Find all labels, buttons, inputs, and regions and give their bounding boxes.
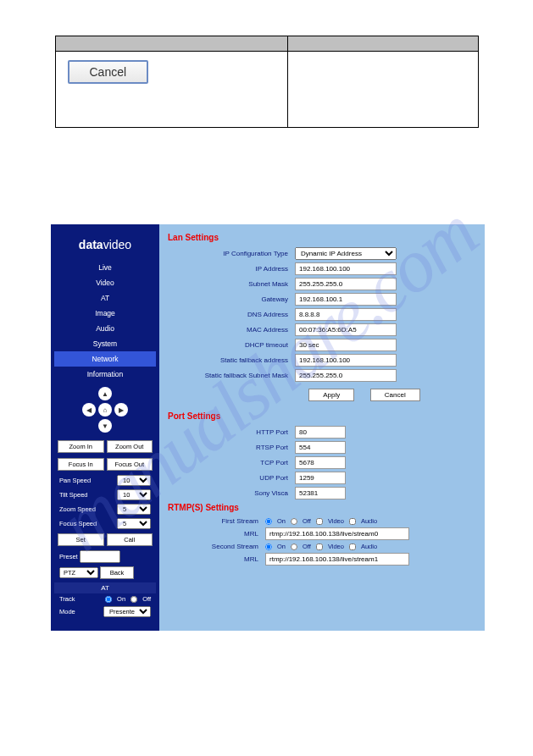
sidebar: datavideo Live Video AT Image Audio Syst… [51, 224, 159, 631]
gateway-input[interactable] [295, 293, 397, 306]
static-fallback-addr-label: Static fallback address [168, 356, 295, 364]
first-stream-label: First Stream [168, 517, 265, 525]
dhcp-timeout-input[interactable] [295, 339, 397, 351]
nav-list: Live Video AT Image Audio System Network… [54, 260, 156, 382]
preset-input[interactable] [80, 550, 120, 563]
nav-live[interactable]: Live [54, 260, 156, 275]
tilt-speed-select[interactable]: 10 [117, 489, 151, 500]
second-stream-video-check[interactable] [316, 544, 323, 550]
nav-at[interactable]: AT [54, 290, 156, 306]
tcp-port-input[interactable] [295, 456, 346, 469]
focus-speed-select[interactable]: 5 [117, 518, 151, 529]
nav-audio[interactable]: Audio [54, 321, 156, 336]
second-stream-on-radio[interactable] [265, 544, 272, 550]
set-button[interactable]: Set [58, 533, 104, 546]
udp-port-input[interactable] [295, 472, 346, 484]
dns-address-label: DNS Address [168, 311, 295, 318]
first-stream-off-radio[interactable] [291, 518, 297, 525]
at-section-title: AT [54, 582, 156, 593]
app-container: datavideo Live Video AT Image Audio Syst… [51, 224, 485, 631]
cancel-button[interactable]: Cancel [370, 389, 420, 401]
ptz-select[interactable]: PTZ [59, 567, 98, 578]
track-on-radio[interactable] [105, 596, 112, 603]
apply-button[interactable]: Apply [308, 389, 354, 401]
first-stream-audio-check[interactable] [349, 518, 356, 525]
mac-address-label: MAC Address [168, 326, 295, 334]
nav-information[interactable]: Information [54, 367, 156, 382]
dhcp-timeout-label: DHCP timeout [168, 341, 295, 349]
logo: datavideo [79, 238, 131, 251]
pan-speed-select[interactable]: 10 [117, 475, 151, 486]
port-settings-title: Port Settings [168, 411, 476, 421]
sony-visca-input[interactable] [295, 487, 346, 499]
udp-port-label: UDP Port [168, 474, 295, 482]
static-fallback-addr-input[interactable] [295, 354, 397, 367]
rtmp-settings-title: RTMP(S) Settings [168, 503, 476, 512]
mrl1-label: MRL [168, 530, 265, 538]
http-port-input[interactable] [295, 426, 346, 439]
lan-settings-title: Lan Settings [168, 233, 476, 242]
static-fallback-mask-label: Static fallback Subnet Mask [168, 372, 295, 379]
nav-video[interactable]: Video [54, 275, 156, 290]
nav-image[interactable]: Image [54, 306, 156, 321]
sony-visca-label: Sony Visca [168, 489, 295, 497]
ip-address-input[interactable] [295, 262, 397, 275]
nav-network[interactable]: Network [54, 351, 156, 367]
ptz-left-button[interactable]: ◀ [82, 403, 96, 417]
ip-config-type-label: IP Configuration Type [168, 250, 295, 257]
preset-label: Preset [59, 553, 78, 560]
mrl2-input[interactable] [265, 553, 409, 566]
track-label: Track [59, 595, 75, 603]
dns-address-input[interactable] [295, 308, 397, 321]
subnet-mask-input[interactable] [295, 278, 397, 290]
zoom-in-button[interactable]: Zoom In [58, 440, 104, 453]
track-off-radio[interactable] [130, 596, 137, 603]
mrl2-label: MRL [168, 555, 265, 563]
main-panel: Lan Settings IP Configuration TypeDynami… [159, 224, 485, 631]
doc-table: Cancel [55, 36, 479, 128]
mode-select[interactable]: Presente [103, 606, 151, 617]
mode-label: Mode [59, 608, 75, 615]
ptz-pad: ▲ ◀ ⌂ ▶ ▼ [82, 387, 128, 433]
back-button[interactable]: Back [100, 566, 134, 579]
ptz-down-button[interactable]: ▼ [98, 419, 112, 433]
pan-speed-label: Pan Speed [59, 477, 91, 484]
ip-config-type-select[interactable]: Dynamic IP Address [295, 247, 397, 260]
focus-out-button[interactable]: Focus Out [107, 458, 153, 471]
focus-in-button[interactable]: Focus In [58, 458, 104, 471]
first-stream-video-check[interactable] [316, 518, 323, 525]
second-stream-label: Second Stream [168, 543, 265, 550]
zoom-speed-label: Zoom Speed [59, 505, 96, 513]
zoom-out-button[interactable]: Zoom Out [107, 440, 153, 453]
doc-cancel-button[interactable]: Cancel [68, 60, 149, 84]
first-stream-on-radio[interactable] [265, 518, 272, 525]
mrl1-input[interactable] [265, 527, 409, 540]
ptz-right-button[interactable]: ▶ [114, 403, 128, 417]
nav-system[interactable]: System [54, 336, 156, 351]
ptz-home-button[interactable]: ⌂ [98, 403, 112, 417]
http-port-label: HTTP Port [168, 428, 295, 436]
ip-address-label: IP Address [168, 265, 295, 273]
second-stream-off-radio[interactable] [291, 544, 297, 550]
ptz-up-button[interactable]: ▲ [98, 387, 112, 400]
gateway-label: Gateway [168, 295, 295, 303]
zoom-speed-select[interactable]: 5 [117, 504, 151, 515]
second-stream-audio-check[interactable] [349, 544, 356, 550]
static-fallback-mask-input[interactable] [295, 369, 397, 382]
rtsp-port-input[interactable] [295, 441, 346, 454]
rtsp-port-label: RTSP Port [168, 444, 295, 451]
tilt-speed-label: Tilt Speed [59, 491, 88, 499]
call-button[interactable]: Call [107, 533, 153, 546]
focus-speed-label: Focus Speed [59, 520, 97, 527]
mac-address-input[interactable] [295, 323, 397, 336]
tcp-port-label: TCP Port [168, 459, 295, 466]
subnet-mask-label: Subnet Mask [168, 280, 295, 288]
